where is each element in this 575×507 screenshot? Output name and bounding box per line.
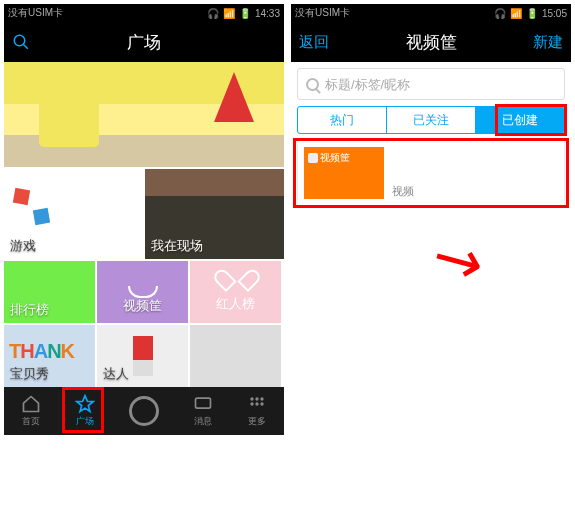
status-bar: 没有USIM卡 🎧 📶 🔋 14:33 (4, 4, 284, 22)
tile-label: 视频筐 (123, 297, 162, 315)
tile-label: 达人 (103, 365, 129, 383)
arrow-annotation: ↘ (417, 216, 495, 302)
home-icon (21, 394, 41, 414)
tile-live[interactable]: 我在现场 (145, 169, 284, 259)
tile-label: 红人榜 (216, 295, 255, 313)
nav-more[interactable]: 更多 (247, 394, 267, 428)
gnome-icon (214, 72, 254, 122)
result-thumb: 视频筐 (304, 147, 384, 199)
thumb-tag: 视频筐 (308, 151, 350, 165)
tile-star[interactable]: 达人 (97, 325, 188, 387)
nav-home[interactable]: 首页 (21, 394, 41, 428)
page-title: 广场 (127, 31, 161, 54)
headset-icon: 🎧 (207, 8, 219, 19)
result-meta: 视频 (392, 147, 558, 199)
filter-tabs: 热门 已关注 已创建 (297, 106, 565, 134)
tile-label: 我在现场 (151, 237, 203, 255)
carrier-text: 没有USIM卡 (295, 6, 350, 20)
back-button[interactable]: 返回 (299, 33, 329, 52)
result-item[interactable]: 视频筐 视频 (297, 140, 565, 206)
svg-point-8 (260, 402, 263, 405)
category-grid: 游戏 我在现场 排行榜 视频筐 红人榜 THANK 宝贝秀 (4, 62, 284, 387)
heart-icon (226, 271, 246, 289)
bottom-nav: 首页 广场 消息 更多 (4, 387, 284, 435)
thank-text: THANK (9, 340, 74, 363)
svg-point-3 (250, 397, 253, 400)
svg-line-1 (23, 44, 28, 49)
signal-icon: 📶 (223, 8, 235, 19)
search-icon (12, 33, 30, 51)
tile-label: 排行榜 (10, 301, 49, 319)
nav-label: 更多 (248, 415, 266, 428)
tile-videobasket[interactable]: 视频筐 (97, 261, 188, 323)
tab-followed[interactable]: 已关注 (387, 107, 475, 133)
status-bar: 没有USIM卡 🎧 📶 🔋 15:05 (291, 4, 571, 22)
headset-icon: 🎧 (494, 8, 506, 19)
battery-icon: 🔋 (239, 8, 251, 19)
search-input[interactable] (325, 77, 556, 92)
tile-label: 游戏 (10, 237, 36, 255)
tile-rank[interactable]: 排行榜 (4, 261, 95, 323)
clock-text: 14:33 (255, 8, 280, 19)
tab-hot[interactable]: 热门 (298, 107, 386, 133)
svg-rect-2 (196, 398, 211, 408)
record-icon (129, 396, 159, 426)
tile-baby[interactable]: THANK 宝贝秀 (4, 325, 95, 387)
message-icon (193, 394, 213, 414)
signal-icon: 📶 (510, 8, 522, 19)
search-box[interactable] (297, 68, 565, 100)
svg-point-7 (255, 402, 258, 405)
page-title: 视频筐 (406, 31, 457, 54)
nav-record[interactable] (129, 396, 159, 426)
tile-extra[interactable] (190, 325, 281, 387)
tile-games[interactable]: 游戏 (4, 169, 143, 259)
tile-label: 宝贝秀 (10, 365, 49, 383)
header: 返回 视频筐 新建 (291, 22, 571, 62)
phone-left: 没有USIM卡 🎧 📶 🔋 14:33 广场 游戏 (4, 4, 284, 435)
header: 广场 (4, 22, 284, 62)
svg-point-5 (260, 397, 263, 400)
nav-msg[interactable]: 消息 (193, 394, 213, 428)
nav-label: 广场 (76, 415, 94, 428)
lock-icon (308, 153, 318, 163)
phone-right: 没有USIM卡 🎧 📶 🔋 15:05 返回 视频筐 新建 热门 已关注 (291, 4, 571, 435)
tile-redlist[interactable]: 红人榜 (190, 261, 281, 323)
thumb-tag-text: 视频筐 (320, 151, 350, 165)
legs-graphic (133, 336, 153, 376)
grid-icon (247, 394, 267, 414)
nav-label: 消息 (194, 415, 212, 428)
carrier-text: 没有USIM卡 (8, 6, 63, 20)
svg-point-0 (14, 35, 25, 46)
search-icon (306, 78, 319, 91)
clock-text: 15:05 (542, 8, 567, 19)
nav-label: 首页 (22, 415, 40, 428)
sun-icon (39, 87, 99, 147)
svg-point-4 (255, 397, 258, 400)
nav-square[interactable]: 广场 (75, 394, 95, 428)
tab-created[interactable]: 已创建 (476, 107, 564, 133)
search-button[interactable] (12, 33, 30, 51)
svg-point-6 (250, 402, 253, 405)
star-icon (75, 394, 95, 414)
battery-icon: 🔋 (526, 8, 538, 19)
tile-featured[interactable] (4, 62, 284, 167)
new-button[interactable]: 新建 (533, 33, 563, 52)
